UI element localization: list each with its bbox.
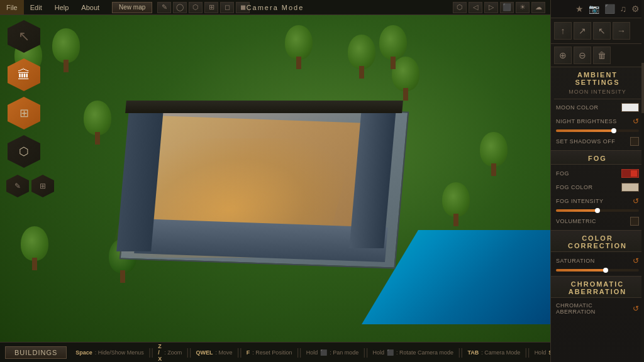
fog-intensity-reset[interactable]: ↺ <box>633 197 639 206</box>
nav-tool-1[interactable]: ⬡ <box>453 2 467 13</box>
moon-color-row: Moon Color <box>551 101 644 114</box>
saturation-reset[interactable]: ↺ <box>633 256 639 265</box>
small-tool-edit[interactable]: ✎ <box>6 175 29 197</box>
nav-tool-5[interactable]: ☀ <box>516 2 530 13</box>
fog-intensity-fill <box>556 209 597 212</box>
add-icon[interactable]: ⊕ <box>554 47 572 64</box>
shortcut-zoom-key: Z / X <box>158 343 162 362</box>
shadows-row: Set Shadows OFF <box>551 134 644 148</box>
camera-icon[interactable]: 📷 <box>587 3 601 15</box>
nav-up-icon[interactable]: ↑ <box>554 22 572 40</box>
shortcut-pan-desc2: : Pan mode <box>330 349 358 356</box>
night-brightness-thumb[interactable] <box>611 128 616 133</box>
fog-intensity-thumb[interactable] <box>595 208 600 213</box>
shortcut-move-desc: : Move <box>216 349 233 356</box>
settings-gear-icon[interactable]: ⚙ <box>630 3 641 15</box>
saturation-row: Saturation ↺ <box>551 254 644 268</box>
tree <box>377 25 409 69</box>
fog-intensity-row: Fog Intensity ↺ <box>551 194 644 208</box>
saturation-slider-row[interactable] <box>551 268 644 274</box>
fog-intensity-track[interactable] <box>556 209 639 212</box>
nav-up-left-icon[interactable]: ↖ <box>593 22 611 40</box>
nav-right-icon[interactable]: → <box>613 22 630 40</box>
scene-tool-box[interactable]: ◻ <box>220 2 234 13</box>
tool-arrow[interactable]: ↖ <box>6 19 42 54</box>
night-brightness-slider-row[interactable] <box>551 128 644 134</box>
fog-toggle-row: Fog <box>551 167 644 180</box>
star-icon[interactable]: ★ <box>574 3 585 15</box>
volumetric-label: Volumetric <box>556 218 596 224</box>
scrollbar-thumb[interactable] <box>641 63 644 113</box>
buildings-tab[interactable]: Buildings <box>5 346 67 359</box>
tool-building[interactable]: 🏛 <box>6 57 42 92</box>
fog-intensity-label: Fog Intensity <box>556 198 604 204</box>
right-panel: ★ 📷 ⬛ ♫ ⚙ ↑ ↗ ↖ → ⊕ ⊖ 🗑 Ambient Settings… <box>550 0 644 362</box>
fog-label: Fog <box>556 170 569 177</box>
edit-menu[interactable]: Edit <box>24 0 48 14</box>
volumetric-checkbox[interactable] <box>630 217 639 226</box>
chromatic-aberration-row: Chromatic Aberration ↺ <box>551 300 644 317</box>
shortcut-faster-desc: Hold <box>535 349 547 356</box>
shortcut-tab-desc: : Camera Mode <box>481 349 520 356</box>
volumetric-row: Volumetric <box>551 214 644 228</box>
moon-intensity-subtitle: Moon Intensity <box>551 87 644 97</box>
moon-color-label: Moon Color <box>556 104 599 111</box>
shadows-label: Set Shadows OFF <box>556 138 615 145</box>
saturation-fill <box>556 269 606 272</box>
saturation-track[interactable] <box>556 269 639 272</box>
shortcut-tab-key: TAB <box>467 349 479 356</box>
shortcut-reset-desc: : Reset Position <box>252 349 292 356</box>
night-brightness-fill <box>556 129 614 132</box>
nav-tool-6[interactable]: ☁ <box>531 2 545 13</box>
about-menu[interactable]: About <box>75 0 106 14</box>
game-canvas[interactable]: File Edit Help About New map ✎ ◯ ⬡ ⊞ ◻ ◼… <box>0 0 550 362</box>
tool-object[interactable]: ⊞ <box>6 96 42 131</box>
nav-tool-3[interactable]: ▷ <box>484 2 498 13</box>
shortcut-rotate-desc: Hold <box>373 349 385 356</box>
night-brightness-label: Night Brightness <box>556 118 617 124</box>
scene-tool-grid[interactable]: ⊞ <box>204 2 218 13</box>
moon-color-swatch[interactable] <box>621 103 639 112</box>
night-brightness-reset[interactable]: ↺ <box>633 117 639 126</box>
fog-color-label: Fog Color <box>556 184 593 190</box>
fog-intensity-slider-row[interactable] <box>551 208 644 214</box>
fog-toggle[interactable] <box>621 169 639 178</box>
nav-tool-4[interactable]: ⬛ <box>500 2 514 13</box>
new-map-button[interactable]: New map <box>112 2 152 13</box>
fog-title: Fog <box>556 153 639 162</box>
tool-map[interactable]: ⬡ <box>6 134 42 169</box>
color-correction-title: Color Correction <box>556 233 639 250</box>
shadows-checkbox[interactable] <box>630 137 639 146</box>
shortcut-space-key: Space <box>75 349 92 356</box>
music-icon[interactable]: ♫ <box>619 3 628 15</box>
night-brightness-row: Night Brightness ↺ <box>551 114 644 128</box>
night-brightness-track[interactable] <box>556 129 639 132</box>
moon-color-control <box>621 103 639 112</box>
fog-color-swatch[interactable] <box>621 183 639 192</box>
tree <box>50 28 82 72</box>
color-correction-header: Color Correction <box>551 230 644 252</box>
right-panel-scrollbar[interactable] <box>641 0 644 362</box>
scene-tool-circle[interactable]: ◯ <box>173 2 187 13</box>
fog-color-row: Fog Color <box>551 180 644 194</box>
small-tool-grid[interactable]: ⊞ <box>31 175 54 197</box>
ambient-settings-title: Ambient Settings <box>551 67 644 87</box>
scene-tool-hex[interactable]: ⬡ <box>189 2 203 13</box>
chromatic-aberration-reset[interactable]: ↺ <box>633 304 639 313</box>
shortcut-rotate-desc2: : Rotate Camera mode <box>396 349 453 356</box>
scene-tool-pencil[interactable]: ✎ <box>157 2 171 13</box>
help-menu[interactable]: Help <box>48 0 75 14</box>
shortcut-zoom-desc: : Zoom <box>164 349 182 356</box>
saturation-thumb[interactable] <box>603 268 608 273</box>
nav-up-right-icon[interactable]: ↗ <box>574 22 591 40</box>
building <box>75 75 402 277</box>
remove-icon[interactable]: ⊖ <box>574 47 591 64</box>
shortcut-pan-desc: Hold <box>306 349 318 356</box>
top-menu-bar: File Edit Help About New map ✎ ◯ ⬡ ⊞ ◻ ◼… <box>0 0 550 15</box>
screenshot-icon[interactable]: ⬛ <box>603 3 616 15</box>
nav-tool-2[interactable]: ◁ <box>469 2 482 13</box>
tree <box>346 35 377 79</box>
trash-icon[interactable]: 🗑 <box>593 47 611 64</box>
file-menu[interactable]: File <box>0 0 24 14</box>
tree <box>440 182 472 226</box>
